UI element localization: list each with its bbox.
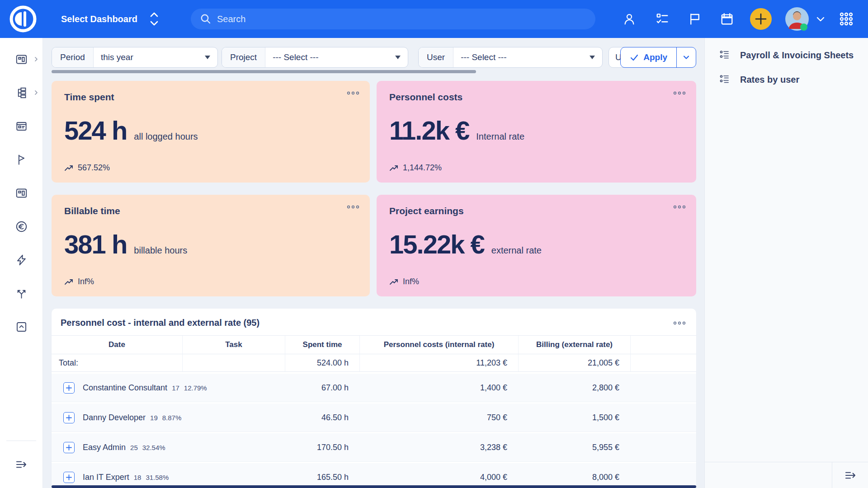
card-time-spent: Time spent 524 hall logged hours 567.52%	[52, 81, 370, 183]
dropdown-arrow-icon	[205, 56, 210, 59]
period-filter-select[interactable]: this year	[94, 47, 217, 67]
expand-row-button[interactable]	[63, 382, 75, 394]
expand-panel-button[interactable]	[832, 462, 868, 488]
table-total-row: Total: 524.00 h 11,203 € 21,005 €	[52, 354, 696, 372]
column-header-date[interactable]: Date	[52, 336, 182, 354]
sidebar-item-finances[interactable]	[0, 210, 42, 243]
card-title: Time spent	[64, 92, 357, 103]
chevron-down-icon[interactable]	[811, 0, 830, 38]
person-icon[interactable]	[619, 0, 639, 38]
user-filter-label: User	[419, 47, 453, 67]
row-percent: 8.87%	[162, 414, 182, 422]
row-spent-time: 46.50 h	[285, 404, 359, 432]
add-button[interactable]	[750, 8, 772, 30]
row-external: 2,800 €	[518, 374, 630, 402]
app-logo-icon[interactable]	[8, 4, 38, 34]
panel-item-rates-by-user[interactable]: Rates by user	[705, 70, 868, 89]
user-filter-select[interactable]: --- Select ---	[453, 47, 602, 67]
row-internal: 3,238 €	[359, 433, 518, 461]
calendar-icon[interactable]	[717, 0, 737, 38]
row-spent-time: 67.00 h	[285, 374, 359, 402]
sidebar-item-milestones[interactable]	[0, 143, 42, 176]
expand-row-button[interactable]	[63, 472, 75, 483]
expand-row-button[interactable]	[63, 412, 75, 423]
kpi-cards: Time spent 524 hall logged hours 567.52%…	[52, 81, 696, 296]
table-row: Constantine Consultant 17 12.79% 67.00 h…	[52, 374, 696, 402]
row-task-count: 19	[150, 414, 158, 422]
user-filter: User --- Select ---	[418, 47, 603, 68]
expand-panel-icon	[844, 469, 857, 482]
card-menu-icon[interactable]	[346, 91, 360, 95]
total-external: 21,005 €	[518, 354, 630, 371]
card-menu-icon[interactable]	[346, 205, 360, 209]
apps-grid-icon[interactable]	[836, 0, 856, 38]
card-unit: all logged hours	[134, 131, 198, 142]
project-filter-select[interactable]: --- Select ---	[265, 47, 408, 67]
table-horizontal-scrollbar[interactable]	[52, 485, 696, 488]
sidebar-item-board[interactable]	[0, 109, 42, 143]
row-percent: 12.79%	[184, 384, 207, 392]
swap-vertical-icon	[149, 11, 159, 27]
search-input[interactable]	[217, 14, 586, 24]
row-task-count: 25	[130, 444, 138, 451]
sidebar-item-dashboards[interactable]	[0, 42, 42, 76]
flag-play-icon	[15, 154, 28, 166]
row-spent-time: 170.50 h	[285, 433, 359, 461]
apply-button[interactable]: Apply	[621, 47, 676, 67]
project-filter: Project --- Select ---	[222, 47, 408, 68]
row-user-name[interactable]: Danny Developer	[83, 413, 146, 422]
row-external: 5,955 €	[518, 433, 630, 461]
expand-sidebar-button[interactable]	[0, 441, 42, 488]
sidebar-item-export[interactable]	[0, 310, 42, 343]
panel-footer	[705, 462, 868, 488]
checklist-icon[interactable]	[652, 0, 672, 38]
add-icon	[754, 12, 768, 26]
panel-item-payroll-invoicing[interactable]: Payroll & Invoicing Sheets	[705, 45, 868, 65]
card-unit: Internal rate	[476, 131, 524, 142]
row-user-name[interactable]: Easy Admin	[83, 443, 126, 452]
sidebar-item-allocations[interactable]	[0, 277, 42, 310]
card-trend: 567.52%	[78, 163, 110, 173]
user-avatar[interactable]	[785, 7, 809, 31]
table-menu-icon[interactable]	[673, 321, 686, 325]
row-external: 1,500 €	[518, 404, 630, 432]
expand-row-button[interactable]	[63, 442, 75, 453]
sidebar-item-automations[interactable]	[0, 243, 42, 277]
plus-icon	[66, 415, 72, 421]
trend-up-icon	[389, 277, 400, 286]
horizontal-scrollbar[interactable]	[52, 70, 476, 73]
row-user-name[interactable]: Constantine Consultant	[83, 383, 167, 393]
card-unit: billable hours	[134, 245, 187, 256]
column-header-internal-rate[interactable]: Personnel costs (internal rate)	[359, 336, 518, 354]
card-title: Project earnings	[389, 206, 684, 216]
top-bar: Select Dashboard	[0, 0, 868, 38]
dashboard-selector[interactable]: Select Dashboard	[61, 0, 159, 38]
sidebar-item-reports[interactable]	[0, 176, 42, 210]
card-menu-icon[interactable]	[673, 91, 686, 95]
left-sidebar	[0, 38, 43, 488]
apply-options-button[interactable]	[676, 47, 696, 67]
main-content: Period this year Project --- Select --- …	[43, 38, 704, 488]
projects-tree-icon	[15, 87, 28, 99]
search-icon	[200, 13, 212, 25]
dropdown-arrow-icon	[590, 56, 595, 59]
row-user-name[interactable]: Ian IT Expert	[83, 473, 129, 482]
row-external: 8,000 €	[518, 463, 630, 488]
reports-panel: Payroll & Invoicing Sheets Rates by user	[704, 38, 868, 488]
plus-icon	[66, 474, 72, 480]
card-title: Personnel costs	[389, 92, 684, 103]
online-status-dot	[800, 23, 807, 31]
card-menu-icon[interactable]	[673, 205, 686, 209]
card-trend: Inf%	[403, 277, 419, 286]
column-header-task[interactable]: Task	[182, 336, 285, 354]
sidebar-item-projects[interactable]	[0, 76, 42, 109]
flag-icon[interactable]	[685, 0, 705, 38]
table-header-row: Date Task Spent time Personnel costs (in…	[52, 335, 696, 354]
dashboard-icon	[15, 187, 28, 199]
column-header-spent-time[interactable]: Spent time	[285, 336, 359, 354]
board-icon	[15, 120, 28, 132]
branch-split-icon	[15, 287, 28, 300]
total-spent-time: 524.00 h	[285, 354, 359, 371]
column-header-external-rate[interactable]: Billing (external rate)	[518, 336, 630, 354]
export-up-icon	[15, 321, 28, 333]
